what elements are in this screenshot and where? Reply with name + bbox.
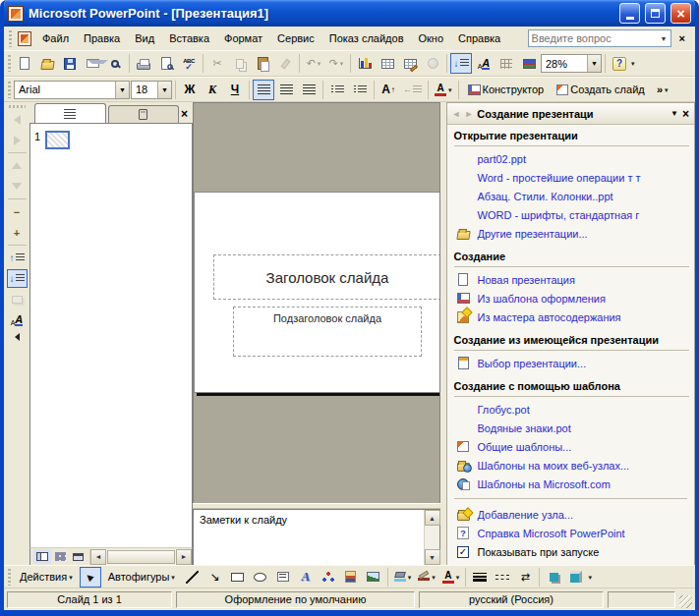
template-link[interactable]: Водяные знаки.pot	[454, 419, 690, 437]
menu-help[interactable]: Справка	[451, 29, 507, 47]
menu-insert[interactable]: Вставка	[162, 29, 216, 47]
font-color-dropdown-icon[interactable]: ▾	[456, 574, 460, 581]
threed-style-button[interactable]	[565, 567, 587, 588]
summary-slide-button[interactable]	[7, 290, 28, 308]
choose-presentation-link[interactable]: Выбор презентации...	[454, 354, 690, 372]
horizontal-scrollbar[interactable]: ◄ ►	[89, 549, 192, 565]
insert-chart-button[interactable]	[354, 53, 376, 74]
document-icon[interactable]	[18, 31, 31, 46]
insert-table-button[interactable]	[377, 53, 398, 74]
maximize-button[interactable]	[645, 3, 666, 24]
move-down-button[interactable]	[7, 177, 28, 196]
font-size-dropdown-icon[interactable]: ▼	[157, 82, 171, 98]
menu-view[interactable]: Вид	[128, 29, 161, 47]
increase-font-size-button[interactable]: A↑	[378, 80, 399, 100]
color-grayscale-button[interactable]	[518, 53, 540, 74]
insert-hyperlink-button[interactable]	[422, 53, 443, 74]
insert-picture-button[interactable]	[363, 567, 384, 588]
search-button[interactable]	[104, 53, 126, 74]
from-design-template-link[interactable]: Из шаблона оформления	[454, 289, 690, 308]
line-color-dropdown-icon[interactable]: ▾	[432, 574, 436, 581]
align-right-button[interactable]	[298, 80, 320, 100]
general-templates-link[interactable]: Общие шаблоны...	[454, 437, 690, 456]
menubar-drag-handle[interactable]	[9, 30, 12, 47]
spelling-button[interactable]: ABC✓	[178, 53, 200, 74]
powerpoint-help-link[interactable]: ?Справка Microsoft PowerPoint	[454, 524, 690, 542]
font-combobox[interactable]: Arial▼	[14, 81, 130, 99]
show-formatting-button-outline[interactable]: AA	[7, 310, 28, 329]
slide-thumbnail[interactable]	[45, 131, 70, 149]
menu-slideshow[interactable]: Показ слайдов	[322, 29, 411, 47]
menu-tools[interactable]: Сервис	[270, 29, 321, 47]
bullets-button[interactable]	[349, 80, 371, 100]
font-dropdown-icon[interactable]: ▼	[115, 82, 129, 98]
clip-art-button[interactable]	[340, 567, 362, 588]
draw-menu-button[interactable]: Действия▾	[14, 567, 79, 588]
recent-file-link[interactable]: part02.ppt	[454, 149, 690, 168]
promote-button[interactable]	[7, 110, 28, 129]
save-button[interactable]	[59, 53, 81, 74]
ask-question-box[interactable]: ▼	[528, 29, 671, 47]
menu-file[interactable]: Файл	[35, 29, 76, 47]
task-pane-close-button[interactable]: ×	[682, 107, 689, 121]
standard-toolbar-handle[interactable]	[8, 55, 11, 72]
zoom-dropdown-icon[interactable]: ▼	[587, 55, 601, 72]
slide-sorter-button[interactable]	[51, 549, 69, 564]
email-button[interactable]	[82, 53, 103, 74]
normal-view-button[interactable]	[33, 549, 51, 564]
menu-edit[interactable]: Правка	[77, 29, 127, 47]
notes-text[interactable]: Заметки к слайду	[194, 510, 424, 565]
font-color-button[interactable]: A▾	[432, 80, 455, 100]
zoom-combobox[interactable]: 28%▼	[541, 54, 602, 73]
from-autocontent-wizard-link[interactable]: Из мастера автосодержания	[454, 308, 690, 326]
formatting-toolbar-handle[interactable]	[8, 82, 11, 98]
back-icon[interactable]: ◄	[452, 109, 461, 119]
align-center-button[interactable]	[275, 80, 297, 100]
text-box-button[interactable]	[272, 567, 294, 588]
line-color-button[interactable]: ▾	[415, 567, 438, 588]
pane-close-button[interactable]: ×	[181, 108, 188, 120]
forward-icon[interactable]: ►	[464, 109, 473, 119]
redo-button[interactable]: ↷▾	[325, 53, 347, 74]
toolbar-options-icon[interactable]: ▾	[631, 60, 635, 67]
slide-area[interactable]: Заголовок слайда Подзаголовок слайда	[193, 102, 440, 503]
scroll-right-button[interactable]: ►	[176, 549, 192, 565]
scroll-left-button[interactable]: ◄	[90, 549, 106, 565]
wordart-button[interactable]: A	[295, 567, 317, 588]
expand-all-button-outline[interactable]: ↓	[7, 269, 28, 288]
dash-style-button[interactable]	[492, 567, 513, 588]
slide-canvas[interactable]: Заголовок слайда Подзаголовок слайда	[194, 192, 440, 393]
scroll-down-button[interactable]: ▼	[425, 549, 440, 565]
tab-slides[interactable]	[108, 105, 180, 123]
add-network-place-link[interactable]: Добавление узла...	[454, 505, 690, 524]
shadow-style-button[interactable]	[543, 567, 564, 588]
rectangle-button[interactable]	[227, 567, 249, 588]
title-placeholder[interactable]: Заголовок слайда	[213, 254, 440, 300]
font-color-dropdown-icon[interactable]: ▾	[448, 86, 452, 93]
template-link[interactable]: Глобус.pot	[454, 400, 690, 419]
line-button[interactable]	[182, 567, 204, 588]
show-grid-button[interactable]	[495, 53, 517, 74]
new-slide-button[interactable]: Создать слайд	[551, 80, 650, 100]
toolbar-collapse-button[interactable]	[7, 331, 28, 343]
arrow-style-button[interactable]: ⇄	[514, 567, 536, 588]
slide-design-button[interactable]: Конструктор	[462, 80, 551, 100]
undo-button[interactable]: ↶▾	[303, 53, 324, 74]
arrow-button[interactable]: ↘	[204, 567, 226, 588]
cut-button[interactable]: ✂	[206, 53, 228, 74]
expand-button[interactable]: +	[7, 223, 28, 242]
close-button[interactable]: ×	[670, 3, 691, 24]
print-button[interactable]	[133, 53, 154, 74]
expand-all-button[interactable]: ↓	[450, 53, 472, 74]
more-presentations-link[interactable]: Другие презентации...	[454, 224, 690, 243]
menu-window[interactable]: Окно	[412, 29, 451, 47]
font-color-button-draw[interactable]: A▾	[439, 567, 463, 588]
task-pane-menu-icon[interactable]: ▼	[670, 109, 678, 118]
question-dropdown-icon[interactable]: ▼	[658, 35, 670, 42]
oval-button[interactable]	[250, 567, 271, 588]
copy-button[interactable]	[229, 53, 251, 74]
toolbar-overflow-button[interactable]: »▾	[652, 80, 673, 100]
underline-button[interactable]: Ч	[224, 80, 246, 100]
web-templates-link[interactable]: Шаблоны на моих веб-узлах...	[454, 456, 690, 475]
recent-file-link[interactable]: WORD - шрифты, стандартная г	[454, 205, 690, 224]
